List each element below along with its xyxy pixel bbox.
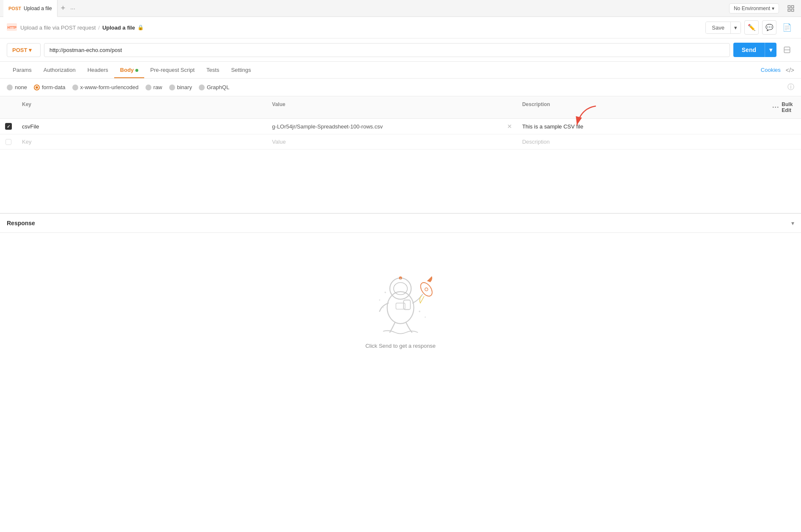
code-icon[interactable]: </> bbox=[786, 67, 794, 74]
row-key-cell[interactable]: csvFile bbox=[17, 119, 267, 134]
comment-button[interactable]: 💬 bbox=[762, 20, 776, 35]
content-spacer bbox=[0, 150, 801, 213]
tab-title: Upload a file bbox=[24, 5, 52, 11]
breadcrumb-separator: / bbox=[98, 25, 100, 31]
svg-text:HTTP: HTTP bbox=[8, 25, 17, 29]
svg-point-18 bbox=[383, 307, 384, 308]
cookies-link[interactable]: Cookies bbox=[761, 67, 781, 73]
placeholder-actions bbox=[767, 138, 801, 146]
table-placeholder-row: Key Value Description bbox=[0, 134, 801, 150]
body-dot bbox=[135, 69, 138, 72]
send-arrow-icon[interactable]: ▾ bbox=[765, 43, 776, 57]
active-tab[interactable]: POST Upload a file bbox=[3, 0, 58, 17]
env-label: No Environment bbox=[734, 5, 770, 11]
body-type-formdata-label: form-data bbox=[42, 84, 66, 90]
row-actions-cell bbox=[767, 122, 801, 131]
save-button[interactable]: Save ▾ bbox=[705, 22, 741, 34]
save-arrow-icon[interactable]: ▾ bbox=[731, 22, 741, 33]
more-tabs-button[interactable]: ··· bbox=[69, 5, 77, 12]
placeholder-description[interactable]: Description bbox=[517, 134, 767, 149]
body-type-none-label: none bbox=[15, 84, 27, 90]
col-key: Key bbox=[17, 100, 267, 115]
body-type-binary-label: binary bbox=[177, 84, 192, 90]
tab-tests[interactable]: Tests bbox=[200, 62, 225, 78]
body-type-raw[interactable]: raw bbox=[145, 84, 162, 90]
svg-point-11 bbox=[394, 283, 407, 295]
body-type-raw-label: raw bbox=[154, 84, 162, 90]
body-type-graphql[interactable]: GraphQL bbox=[199, 84, 229, 90]
response-chevron-icon[interactable]: ▾ bbox=[791, 220, 794, 226]
send-button[interactable]: Send ▾ bbox=[733, 43, 776, 57]
send-hint-text: Click Send to get a response bbox=[365, 343, 436, 349]
row-description-cell[interactable]: This is a sample CSV file bbox=[517, 119, 767, 134]
bulk-edit-button[interactable]: Bulk Edit bbox=[782, 101, 796, 113]
body-type-graphql-label: GraphQL bbox=[207, 84, 229, 90]
body-type-none[interactable]: none bbox=[7, 84, 27, 90]
response-panel-icon[interactable] bbox=[780, 43, 794, 57]
body-type-urlencoded[interactable]: x-www-form-urlencoded bbox=[72, 84, 139, 90]
send-label: Send bbox=[733, 43, 765, 57]
radio-none-icon bbox=[7, 85, 13, 90]
add-tab-button[interactable]: + bbox=[58, 4, 69, 13]
body-type-binary[interactable]: binary bbox=[169, 84, 192, 90]
tab-settings[interactable]: Settings bbox=[225, 62, 257, 78]
col-description: Description bbox=[517, 100, 767, 115]
svg-rect-3 bbox=[792, 9, 794, 11]
placeholder-key[interactable]: Key bbox=[17, 134, 267, 149]
method-selector[interactable]: POST ▾ bbox=[7, 43, 41, 57]
response-section-header[interactable]: Response ▾ bbox=[0, 213, 801, 233]
env-chevron-icon: ▾ bbox=[772, 5, 774, 11]
document-icon[interactable]: 📄 bbox=[780, 20, 794, 35]
svg-point-20 bbox=[425, 316, 426, 318]
breadcrumb-actions: Save ▾ ✏️ 💬 📄 bbox=[705, 20, 794, 35]
tab-headers[interactable]: Headers bbox=[82, 62, 114, 78]
url-bar: POST ▾ Send ▾ bbox=[0, 38, 801, 62]
workspace-icon[interactable] bbox=[784, 2, 798, 15]
response-title: Response bbox=[7, 220, 35, 226]
method-label: POST bbox=[12, 47, 27, 53]
body-type-urlencoded-label: x-www-form-urlencoded bbox=[80, 84, 139, 90]
col-actions: ··· Bulk Edit bbox=[767, 100, 801, 115]
col-checkbox bbox=[0, 100, 17, 115]
tab-navigation: Params Authorization Headers Body Pre-re… bbox=[0, 62, 801, 79]
breadcrumb-bar: HTTP Upload a file via POST request / Up… bbox=[0, 17, 801, 38]
tab-bar-right: No Environment ▾ bbox=[729, 2, 798, 15]
radio-raw-icon bbox=[145, 85, 151, 90]
form-table: Key Value Description ··· Bulk Edit csvF… bbox=[0, 96, 801, 150]
body-type-bar: none form-data x-www-form-urlencoded raw… bbox=[0, 79, 801, 96]
row-checkbox-cell bbox=[0, 119, 17, 134]
response-body: Click Send to get a response bbox=[0, 233, 801, 374]
three-dots-icon[interactable]: ··· bbox=[772, 104, 779, 111]
tab-body[interactable]: Body bbox=[114, 62, 145, 78]
tab-authorization[interactable]: Authorization bbox=[38, 62, 82, 78]
radio-urlencoded-icon bbox=[72, 85, 78, 90]
svg-point-19 bbox=[419, 311, 420, 312]
remove-file-button[interactable]: ✕ bbox=[507, 123, 512, 130]
body-type-formdata[interactable]: form-data bbox=[34, 84, 66, 90]
request-type-icon: HTTP bbox=[7, 23, 17, 32]
svg-rect-2 bbox=[788, 9, 790, 11]
save-label: Save bbox=[706, 22, 731, 33]
svg-point-16 bbox=[384, 292, 386, 293]
edit-button[interactable]: ✏️ bbox=[744, 20, 759, 35]
row-file-value[interactable]: g-LOr54jr/Sample-Spreadsheet-100-rows.cs… bbox=[272, 123, 504, 130]
placeholder-value[interactable]: Value bbox=[267, 134, 517, 149]
placeholder-checkbox bbox=[5, 139, 11, 145]
tab-bar: POST Upload a file + ··· No Environment … bbox=[0, 0, 801, 17]
svg-rect-1 bbox=[792, 5, 794, 8]
tab-method-label: POST bbox=[8, 6, 21, 11]
svg-point-10 bbox=[390, 278, 411, 299]
row-checkbox[interactable] bbox=[5, 123, 12, 130]
url-input[interactable] bbox=[44, 43, 730, 57]
svg-rect-21 bbox=[403, 300, 410, 310]
svg-point-12 bbox=[418, 281, 434, 298]
svg-point-13 bbox=[425, 288, 428, 291]
tab-prerequest[interactable]: Pre-request Script bbox=[144, 62, 200, 78]
environment-selector[interactable]: No Environment ▾ bbox=[729, 3, 779, 14]
row-value-cell: g-LOr54jr/Sample-Spreadsheet-100-rows.cs… bbox=[267, 119, 517, 134]
breadcrumb-current: Upload a file bbox=[102, 25, 135, 31]
info-icon[interactable]: ⓘ bbox=[787, 83, 794, 92]
tab-params[interactable]: Params bbox=[7, 62, 38, 78]
placeholder-checkbox-cell bbox=[0, 135, 17, 149]
radio-formdata-icon bbox=[34, 85, 40, 90]
